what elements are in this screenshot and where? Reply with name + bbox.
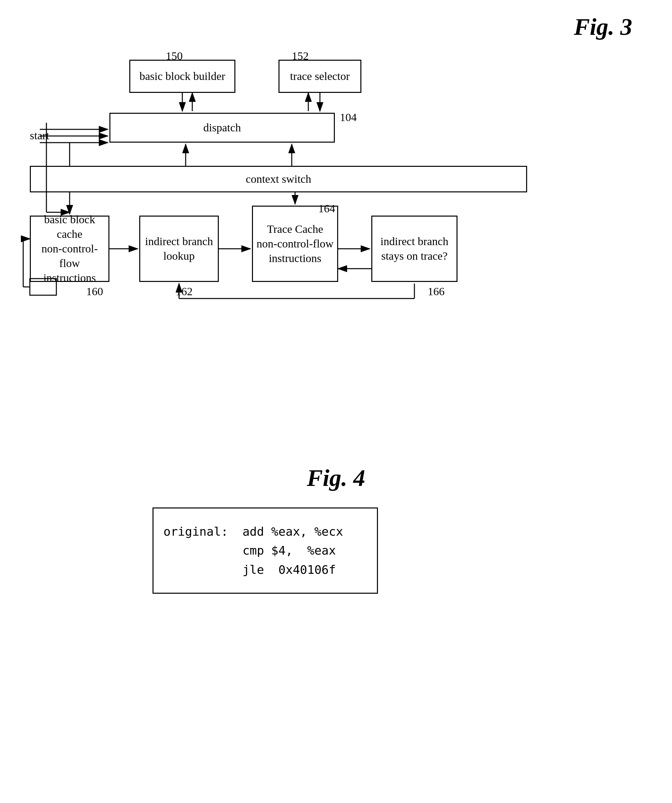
fig4-code-box: original: add %eax, %ecx cmp $4, %eax jl… [153, 507, 378, 594]
page: Fig. 3 start basic block builder 150 tra… [0, 0, 672, 803]
ref-152: 152 [292, 50, 308, 62]
ref-160: 160 [86, 285, 103, 298]
ref-164: 164 [318, 202, 335, 215]
basic-block-cache-box: basic block cache non-control-flow instr… [30, 216, 109, 282]
fig4-title: Fig. 4 [307, 464, 365, 492]
context-switch-box: context switch [30, 166, 527, 192]
trace-cache-box: Trace Cache non-control-flow instruction… [252, 206, 338, 282]
dispatch-box: dispatch [109, 113, 335, 143]
basic-block-builder-box: basic block builder [129, 60, 235, 93]
ref-150: 150 [166, 50, 183, 62]
trace-selector-box: trace selector [279, 60, 361, 93]
fig4-code: original: add %eax, %ecx cmp $4, %eax jl… [164, 522, 343, 579]
indirect-branch-stays-box: indirect branch stays on trace? [371, 216, 458, 282]
fig3-diagram: start basic block builder 150 trace sele… [20, 26, 650, 325]
ref-162: 162 [176, 285, 193, 298]
indirect-branch-lookup-box: indirect branch lookup [139, 216, 219, 282]
start-label: start [30, 129, 49, 142]
ref-166: 166 [428, 285, 445, 298]
ref-104: 104 [340, 111, 357, 124]
